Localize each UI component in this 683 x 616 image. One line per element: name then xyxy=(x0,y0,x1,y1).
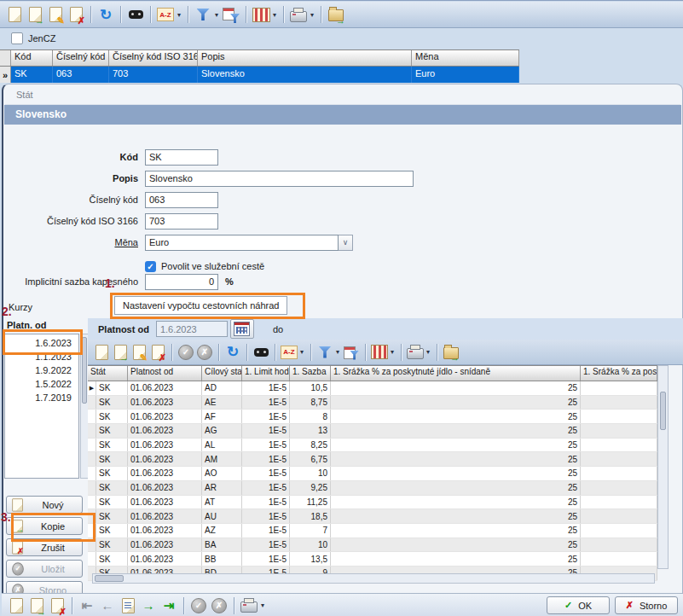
platnost-od-input[interactable]: 1.6.2023 xyxy=(156,321,228,337)
filter-adv-icon[interactable] xyxy=(222,5,240,24)
nav-first-icon[interactable]: ⇤ xyxy=(78,596,96,615)
rates-column-header[interactable]: 1. Srážka % za poskytnuté jídlo - snídan… xyxy=(331,366,581,381)
check-gray-icon[interactable]: ✓ xyxy=(189,596,208,615)
columns-icon[interactable] xyxy=(371,344,388,361)
doc-delete-icon[interactable]: ✗ xyxy=(67,5,85,24)
rec-list-icon[interactable] xyxy=(119,596,137,615)
column-header-mena[interactable]: Měna xyxy=(412,50,519,66)
doc-copy-icon[interactable]: → xyxy=(27,596,46,615)
validity-item[interactable]: 1.7.2019 xyxy=(5,391,78,404)
filter-adv-icon[interactable] xyxy=(343,344,360,361)
find-icon[interactable] xyxy=(126,5,145,24)
row-selector-cell xyxy=(88,552,96,566)
calendar-button[interactable] xyxy=(230,319,254,339)
column-header-ciselny-kod[interactable]: Číselný kód xyxy=(53,50,109,66)
print-icon[interactable] xyxy=(240,596,258,615)
nav-next-icon[interactable]: → xyxy=(139,596,158,615)
rates-row[interactable]: SK01.06.2023AM1E-56,7525 xyxy=(88,452,657,467)
dropdown-caret-icon[interactable]: ▾ xyxy=(300,348,304,356)
ok-button[interactable]: ✓ OK xyxy=(547,596,610,614)
kod-input[interactable]: SK xyxy=(145,149,218,166)
rates-row[interactable]: SK01.06.2023AU1E-518,525 xyxy=(88,509,657,524)
validity-item[interactable]: 1.5.2022 xyxy=(5,377,78,391)
doc-copy-icon[interactable]: → xyxy=(112,344,129,361)
doc-new-icon[interactable] xyxy=(7,596,26,615)
scrollbar-thumb[interactable] xyxy=(95,575,124,582)
rates-vertical-scrollbar[interactable] xyxy=(657,365,669,569)
nav-last-icon[interactable]: ⇥ xyxy=(159,596,178,615)
doc-edit-icon[interactable]: ✎ xyxy=(46,5,65,24)
rates-horizontal-scrollbar[interactable] xyxy=(92,573,655,584)
rates-column-header[interactable]: 1. Limit hodin xyxy=(242,366,290,381)
countries-selected-row[interactable]: » SK 063 703 Slovensko Euro xyxy=(0,67,519,83)
doc-edit-icon[interactable]: ✎ xyxy=(130,344,148,361)
novy-button[interactable]: Nový xyxy=(6,496,83,514)
dropdown-caret-icon[interactable]: ▾ xyxy=(261,601,264,609)
dropdown-caret-icon[interactable]: ▾ xyxy=(336,348,339,356)
rates-row[interactable]: SK01.06.2023AG1E-51325 xyxy=(88,424,657,439)
doc-delete-icon[interactable]: ✗ xyxy=(149,344,166,361)
tab-stat[interactable]: Stát xyxy=(5,86,680,105)
export-icon[interactable]: → xyxy=(327,5,345,24)
rates-row[interactable]: SK01.06.2023AT1E-511,2525 xyxy=(88,496,657,510)
nav-prev-icon[interactable]: ← xyxy=(98,596,117,615)
rates-row[interactable]: SK01.06.2023AE1E-58,7525 xyxy=(88,396,657,410)
rates-column-header[interactable]: Stát xyxy=(88,366,128,381)
rates-column-header[interactable]: Platnost od xyxy=(128,366,202,381)
ciselny-kod-input[interactable]: 063 xyxy=(145,192,218,208)
column-header-popis[interactable]: Popis xyxy=(198,50,412,66)
storno-button[interactable]: ✗ Storno xyxy=(615,596,678,614)
combo-dropdown-button[interactable]: ∨ xyxy=(339,235,353,251)
columns-icon[interactable] xyxy=(252,5,270,24)
doc-new-icon[interactable] xyxy=(93,344,110,361)
filter-icon[interactable] xyxy=(316,344,333,361)
rates-row[interactable]: ▶SK01.06.2023AD1E-510,525 xyxy=(88,381,657,396)
sazba-input[interactable]: 0 xyxy=(145,274,218,290)
rates-row[interactable]: SK01.06.2023AO1E-51025 xyxy=(88,467,657,481)
doc-new-icon[interactable] xyxy=(5,5,24,24)
print-icon[interactable] xyxy=(407,344,424,361)
tab-kurzy[interactable]: Kurzy xyxy=(9,299,32,315)
toolbar-separator xyxy=(90,6,91,23)
annotation-step-3: 3. xyxy=(1,510,11,524)
popis-input[interactable]: Slovensko xyxy=(145,171,414,187)
iso-input[interactable]: 703 xyxy=(145,213,218,230)
export-icon[interactable]: → xyxy=(443,344,460,361)
rates-row[interactable]: SK01.06.2023BB1E-513,525 xyxy=(88,552,657,567)
rates-column-header[interactable]: Cílový stat xyxy=(202,366,242,381)
refresh-icon[interactable]: ↻ xyxy=(96,5,115,24)
dropdown-caret-icon[interactable]: ▾ xyxy=(310,11,314,19)
x-gray-icon[interactable]: ✗ xyxy=(196,344,213,361)
check-gray-icon[interactable]: ✓ xyxy=(177,344,194,361)
sort-az-icon[interactable]: A-Z xyxy=(281,344,298,361)
find-icon[interactable] xyxy=(252,344,269,361)
column-header-kod[interactable]: Kód xyxy=(11,50,53,66)
validity-item[interactable]: 1.9.2022 xyxy=(5,363,78,377)
ulozit-button[interactable]: ✓ Uložit xyxy=(6,560,83,578)
refresh-icon[interactable]: ↻ xyxy=(224,344,241,361)
dropdown-caret-icon[interactable]: ▾ xyxy=(177,11,181,19)
dropdown-caret-icon[interactable]: ▾ xyxy=(215,11,218,19)
dropdown-caret-icon[interactable]: ▾ xyxy=(273,11,276,19)
povolit-checkbox[interactable]: ✓ xyxy=(145,261,156,272)
scrollbar-thumb[interactable] xyxy=(660,392,666,430)
sort-az-icon[interactable]: A-Z xyxy=(156,5,175,24)
jencz-checkbox[interactable] xyxy=(11,32,23,44)
dropdown-caret-icon[interactable]: ▾ xyxy=(391,348,394,356)
column-header-iso[interactable]: Číselný kód ISO 3166 xyxy=(109,50,198,66)
rates-row[interactable]: SK01.06.2023AZ1E-5725 xyxy=(88,524,657,538)
print-icon[interactable] xyxy=(289,5,308,24)
doc-delete-icon[interactable]: ✗ xyxy=(48,596,67,615)
rates-column-header[interactable]: 1. Sazba xyxy=(290,366,331,381)
rates-row[interactable]: SK01.06.2023AR1E-59,2525 xyxy=(88,481,657,496)
x-gray-icon[interactable]: ✗ xyxy=(210,596,229,615)
doc-copy-icon[interactable]: → xyxy=(26,5,44,24)
rates-row[interactable]: SK01.06.2023AL1E-58,2525 xyxy=(88,439,657,453)
rates-column-header[interactable]: 1. Srážka % za pos xyxy=(581,366,657,381)
dropdown-caret-icon[interactable]: ▾ xyxy=(426,348,430,356)
rates-cell: 01.06.2023 xyxy=(128,496,202,509)
filter-icon[interactable] xyxy=(194,5,212,24)
mena-combobox[interactable]: Euro ∨ xyxy=(145,235,353,251)
rates-row[interactable]: SK01.06.2023BA1E-51025 xyxy=(88,538,657,553)
rates-row[interactable]: SK01.06.2023AF1E-5825 xyxy=(88,410,657,424)
